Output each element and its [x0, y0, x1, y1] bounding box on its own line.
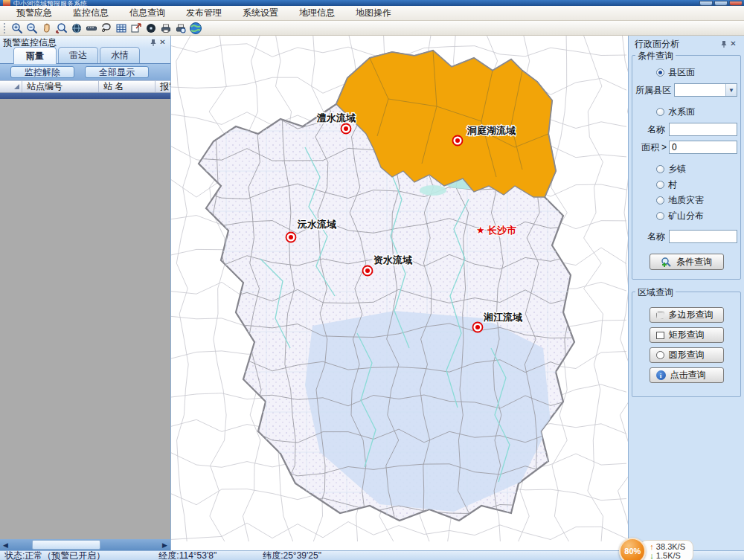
monitor-release-button[interactable]: 监控解除: [10, 66, 74, 78]
radio-icon[interactable]: [656, 196, 664, 205]
station-marker-zishui[interactable]: [363, 266, 373, 276]
warning-monitor-panel: 预警监控信息 ✕ 雨量 雷达 水情 监控解除 全部显示 站点编号 站 名 报警类…: [0, 36, 171, 550]
network-monitor-widget[interactable]: 80% ↑ 38.3K/S ↓ 1.5K/S: [619, 538, 693, 560]
condition-query-group: 条件查询 县区面 所属县区 ▼ 水系面 名称 面积: [632, 55, 741, 280]
station-table-body[interactable]: [0, 99, 170, 539]
pin-icon[interactable]: [148, 38, 158, 48]
radio-icon[interactable]: [656, 108, 664, 116]
station-marker-yuanshui[interactable]: [286, 233, 296, 242]
radio-mine-distribution[interactable]: 矿山分布: [656, 210, 737, 222]
close-panel-icon[interactable]: ✕: [158, 38, 167, 48]
rectangle-icon: [656, 332, 664, 339]
left-panel-tabs: 雨量 雷达 水情: [0, 49, 170, 64]
radio-township[interactable]: 乡镇: [656, 163, 737, 176]
circle-query-button[interactable]: 圆形查询: [650, 347, 724, 363]
menu-jiankong-xinxi[interactable]: 监控信息: [62, 5, 119, 21]
sort-column-header[interactable]: [0, 81, 22, 92]
radio-geo-disaster[interactable]: 地质灾害: [656, 194, 737, 207]
station-marker-lishui[interactable]: [341, 124, 351, 134]
pin-icon[interactable]: [719, 39, 728, 49]
circle-icon: [656, 351, 664, 359]
menu-xitong-shezhi[interactable]: 系统设置: [232, 5, 289, 21]
column-alarm-type[interactable]: 报警类别: [155, 81, 170, 92]
chevron-down-icon[interactable]: ▼: [725, 84, 737, 96]
zoom-out-icon[interactable]: [25, 22, 39, 35]
station-marker-xiangjiang[interactable]: [473, 323, 483, 332]
lake-patch: [420, 185, 446, 196]
measure-icon[interactable]: [84, 22, 98, 35]
region-query-group: 区域查询 多边形查询 矩形查询 圆形查询 i 点击查询: [632, 292, 741, 397]
toolbar-grip[interactable]: [4, 23, 7, 33]
close-button[interactable]: [729, 1, 743, 6]
print-icon[interactable]: [158, 22, 173, 35]
column-station-name[interactable]: 站 名: [99, 81, 155, 92]
name-input-2[interactable]: [669, 230, 737, 243]
menu-dili-xinxi[interactable]: 地理信息: [289, 5, 345, 21]
admin-analysis-panel: 行政面分析 ✕ 条件查询 县区面 所属县区 ▼ 水系面: [629, 36, 744, 550]
label-lishui-basin: 澧水流域: [316, 112, 356, 123]
pan-icon[interactable]: [39, 22, 54, 35]
close-panel-icon[interactable]: ✕: [728, 39, 738, 49]
changsha-star-icon: ★: [476, 225, 485, 236]
county-select[interactable]: ▼: [674, 83, 737, 97]
app-icon: [3, 0, 10, 6]
export-map-icon[interactable]: [129, 22, 143, 35]
click-query-button[interactable]: i 点击查询: [650, 367, 724, 383]
print-preview-icon[interactable]: [173, 22, 187, 35]
tab-radar[interactable]: 雷达: [58, 47, 98, 63]
label-dongtinghu-basin: 洞庭湖流域: [466, 125, 516, 136]
label-zishui-basin: 资水流域: [373, 254, 413, 265]
upload-speed: 38.3K/S: [656, 542, 685, 551]
search-plus-icon: [661, 257, 672, 268]
lasso-select-icon[interactable]: [99, 22, 113, 35]
area-label: 面积: [641, 141, 659, 154]
menu-yujing-yingji[interactable]: 预警应急: [6, 5, 62, 21]
label-xiangjiang-basin: 湘江流域: [483, 312, 523, 323]
world-icon[interactable]: [188, 22, 202, 35]
show-all-button[interactable]: 全部显示: [85, 66, 149, 78]
station-marker-dongtinghu[interactable]: [453, 136, 463, 146]
condition-query-title: 条件查询: [635, 50, 676, 62]
region-query-title: 区域查询: [635, 286, 676, 299]
zoom-previous-icon[interactable]: [54, 22, 68, 35]
download-arrow-icon: ↓: [650, 551, 654, 560]
cpu-percent-badge[interactable]: 80%: [619, 538, 646, 560]
radio-icon[interactable]: [656, 165, 664, 173]
minimize-button[interactable]: [699, 1, 713, 6]
menu-fabu-guanli[interactable]: 发布管理: [176, 5, 232, 21]
download-speed: 1.5K/S: [656, 551, 681, 560]
identify-icon[interactable]: [144, 22, 158, 35]
radio-village[interactable]: 村: [656, 178, 737, 191]
radio-icon[interactable]: [656, 212, 664, 220]
column-station-id[interactable]: 站点编号: [22, 81, 99, 92]
station-table-header: 站点编号 站 名 报警类别: [0, 80, 170, 93]
area-input[interactable]: [669, 141, 737, 154]
zoom-in-icon[interactable]: [10, 22, 24, 35]
sort-triangle-icon: [14, 84, 19, 89]
latitude-readout: 纬度:25°39'25": [258, 550, 326, 560]
area-operator: >: [661, 142, 667, 152]
maximize-button[interactable]: [714, 1, 728, 6]
full-extent-icon[interactable]: [69, 22, 83, 35]
upload-arrow-icon: ↑: [650, 542, 654, 551]
polygon-query-button[interactable]: 多边形查询: [650, 307, 724, 323]
name-label-1: 名称: [647, 123, 665, 136]
map-view[interactable]: 澧水流域 洞庭湖流域 沅水流域 资水流域 湘江流域 ★ 长沙市: [171, 36, 629, 550]
county-label: 所属县区: [635, 84, 671, 97]
name-input-1[interactable]: [669, 123, 737, 136]
scrollbar-thumb[interactable]: [32, 540, 100, 550]
menu-ditu-caozuo[interactable]: 地图操作: [345, 5, 402, 21]
menu-xinxi-chaxun[interactable]: 信息查询: [119, 5, 176, 21]
radio-water-system[interactable]: 水系面: [656, 106, 737, 118]
tab-rainfall[interactable]: 雨量: [13, 47, 57, 64]
radio-icon[interactable]: [656, 181, 664, 189]
name-label-2: 名称: [647, 231, 665, 243]
radio-icon[interactable]: [656, 68, 664, 77]
title-bar: 中小河流域预报服务系统: [0, 0, 744, 6]
polygon-icon: [656, 312, 664, 319]
grid-layers-icon[interactable]: [114, 22, 128, 35]
condition-query-button[interactable]: 条件查询: [650, 254, 724, 270]
tab-water-level[interactable]: 水情: [100, 47, 140, 63]
rectangle-query-button[interactable]: 矩形查询: [650, 327, 724, 343]
radio-county-area[interactable]: 县区面: [656, 66, 737, 79]
